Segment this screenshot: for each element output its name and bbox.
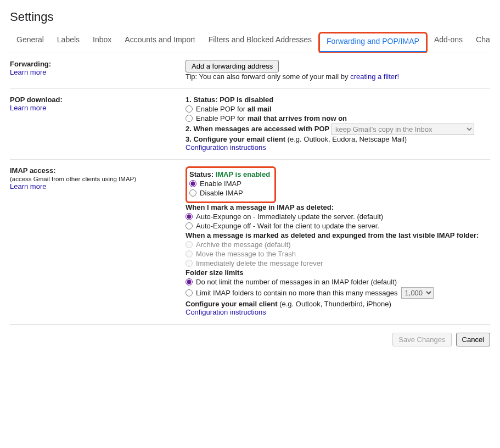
imap-archive-radio[interactable] — [186, 241, 193, 248]
imap-expunge-off-row[interactable]: Auto-Expunge off - Wait for the client t… — [186, 222, 490, 230]
imap-folder-limits-heading: Folder size limits — [186, 268, 490, 277]
page-title: Settings — [10, 10, 490, 24]
imap-deleted-heading: When I mark a message in IMAP as deleted… — [186, 203, 490, 211]
tab-forwarding[interactable]: Forwarding and POP/IMAP — [320, 33, 426, 52]
imap-config-instructions-link[interactable]: Configuration instructions — [186, 308, 266, 316]
pop-enable-all-radio[interactable] — [186, 105, 193, 113]
settings-tabs: General Labels Inbox Accounts and Import… — [10, 32, 490, 53]
imap-disable-row[interactable]: Disable IMAP — [189, 189, 270, 197]
pop-status-line: 1. Status: POP is disabled — [186, 96, 490, 104]
imap-limit-label: Limit IMAP folders to contain no more th… — [196, 289, 398, 297]
imap-move-trash-row[interactable]: Move the message to the Trash — [186, 250, 490, 258]
tab-labels[interactable]: Labels — [50, 32, 86, 53]
imap-archive-row[interactable]: Archive the message (default) — [186, 240, 490, 249]
pop-enable-now-bold: mail that arrives from now on — [248, 114, 347, 122]
tab-inbox[interactable]: Inbox — [86, 32, 118, 53]
pop-status-value: POP is disabled — [220, 96, 273, 104]
section-pop: POP download: Learn more 1. Status: POP … — [10, 89, 490, 160]
create-filter-link[interactable]: creating a filter! — [350, 72, 399, 81]
pop-learn-more-link[interactable]: Learn more — [10, 104, 46, 112]
imap-limit-row[interactable]: Limit IMAP folders to contain no more th… — [186, 287, 490, 299]
tab-filters[interactable]: Filters and Blocked Addresses — [202, 32, 318, 53]
tab-chat[interactable]: Chat and Meet — [469, 32, 490, 53]
cancel-button[interactable]: Cancel — [456, 333, 490, 346]
pop-enable-all-prefix: Enable POP for — [196, 105, 248, 113]
imap-disable-radio[interactable] — [189, 189, 196, 197]
imap-disable-label: Disable IMAP — [200, 189, 243, 197]
add-forwarding-address-button[interactable]: Add a forwarding address — [186, 60, 279, 72]
forwarding-title: Forwarding: — [10, 60, 180, 68]
pop-enable-all-bold: all mail — [248, 105, 272, 113]
forwarding-tip: Tip: You can also forward only some of y… — [186, 72, 490, 81]
tab-general[interactable]: General — [10, 32, 50, 53]
pop-configure-prefix: 3. Configure your email client — [186, 135, 288, 143]
pop-configure-suffix: (e.g. Outlook, Eudora, Netscape Mail) — [288, 135, 407, 143]
imap-delete-forever-label: Immediately delete the message forever — [196, 259, 323, 267]
imap-enable-radio[interactable] — [189, 180, 196, 187]
highlight-active-tab: Forwarding and POP/IMAP — [318, 32, 428, 53]
imap-configure-suffix: (e.g. Outlook, Thunderbird, iPhone) — [279, 300, 391, 308]
pop-enable-now-row[interactable]: Enable POP for mail that arrives from no… — [186, 114, 490, 122]
highlight-imap-status: Status: IMAP is enabled Enable IMAP Disa… — [186, 166, 276, 203]
imap-enable-row[interactable]: Enable IMAP — [189, 180, 270, 188]
imap-expunged-heading: When a message is marked as deleted and … — [186, 231, 490, 239]
imap-title: IMAP access: — [10, 166, 180, 175]
forwarding-learn-more-link[interactable]: Learn more — [10, 68, 46, 76]
pop-title: POP download: — [10, 96, 180, 104]
imap-limit-radio[interactable] — [186, 289, 193, 296]
imap-move-trash-label: Move the message to the Trash — [196, 250, 296, 258]
tab-accounts[interactable]: Accounts and Import — [118, 32, 201, 53]
imap-no-limit-row[interactable]: Do not limit the number of messages in a… — [186, 278, 490, 286]
imap-no-limit-label: Do not limit the number of messages in a… — [196, 278, 397, 286]
pop-enable-now-prefix: Enable POP for — [196, 114, 248, 122]
pop-keep-copy-select[interactable]: keep Gmail's copy in the Inbox — [332, 124, 474, 135]
pop-config-instructions-link[interactable]: Configuration instructions — [186, 143, 266, 152]
imap-expunge-off-label: Auto-Expunge off - Wait for the client t… — [196, 222, 379, 230]
imap-status-label: Status: — [189, 170, 216, 178]
imap-archive-label: Archive the message (default) — [196, 240, 291, 249]
pop-configure-line: 3. Configure your email client (e.g. Out… — [186, 135, 490, 143]
imap-delete-forever-row[interactable]: Immediately delete the message forever — [186, 259, 490, 267]
section-forwarding: Forwarding: Learn more Add a forwarding … — [10, 53, 490, 89]
pop-enable-now-radio[interactable] — [186, 115, 193, 122]
imap-configure-line: Configure your email client (e.g. Outloo… — [186, 300, 490, 308]
imap-expunge-on-radio[interactable] — [186, 213, 193, 220]
save-changes-button[interactable]: Save Changes — [392, 333, 451, 346]
imap-expunge-on-label: Auto-Expunge on - Immediately update the… — [196, 212, 383, 221]
imap-status-value: IMAP is enabled — [216, 170, 270, 178]
pop-enable-all-row[interactable]: Enable POP for all mail — [186, 105, 490, 113]
pop-when-accessed-label: 2. When messages are accessed with POP — [186, 125, 329, 133]
imap-no-limit-radio[interactable] — [186, 278, 193, 285]
tab-addons[interactable]: Add-ons — [428, 32, 469, 53]
footer-buttons: Save Changes Cancel — [10, 324, 490, 346]
imap-move-trash-radio[interactable] — [186, 250, 193, 257]
imap-expunge-off-radio[interactable] — [186, 222, 193, 229]
imap-learn-more-link[interactable]: Learn more — [10, 182, 46, 191]
imap-delete-forever-radio[interactable] — [186, 260, 193, 267]
imap-configure-prefix: Configure your email client — [186, 300, 279, 308]
imap-status-line: Status: IMAP is enabled — [189, 170, 270, 178]
imap-enable-label: Enable IMAP — [200, 180, 241, 188]
imap-limit-select[interactable]: 1,000 — [401, 287, 434, 299]
forwarding-tip-text: Tip: You can also forward only some of y… — [186, 72, 350, 81]
section-imap: IMAP access: (access Gmail from other cl… — [10, 160, 490, 324]
pop-status-prefix: 1. Status: — [186, 96, 220, 104]
imap-subtitle: (access Gmail from other clients using I… — [10, 176, 180, 182]
imap-expunge-on-row[interactable]: Auto-Expunge on - Immediately update the… — [186, 212, 490, 221]
